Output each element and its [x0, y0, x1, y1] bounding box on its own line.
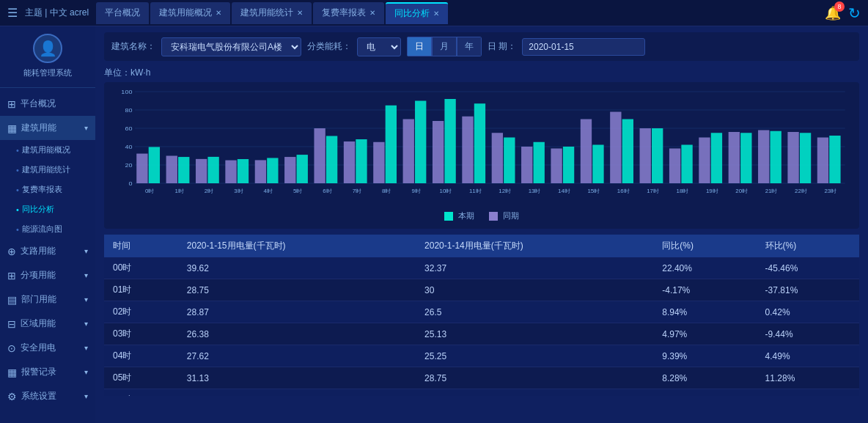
svg-rect-64 [652, 128, 663, 183]
sidebar-item-平台概况[interactable]: ⊞ 平台概况 [0, 92, 95, 116]
top-bar: ☰ 主题 | 中文 acrel 平台概况建筑用能概况✕建筑用能统计✕复费率报表✕… [0, 0, 868, 26]
svg-text:19时: 19时 [706, 188, 718, 194]
sub-nav-item-能源流向图[interactable]: 能源流向图 [0, 219, 95, 239]
svg-rect-54 [551, 149, 562, 184]
sub-nav-item-复费率报表[interactable]: 复费率报表 [0, 180, 95, 199]
table-cell: 39.71% [757, 389, 859, 397]
tab-复费率报表[interactable]: 复费率报表✕ [313, 2, 384, 24]
refresh-button[interactable]: ↻ [848, 4, 861, 22]
svg-rect-67 [681, 145, 692, 184]
table-cell: 8.94% [653, 301, 756, 323]
svg-text:80: 80 [125, 106, 132, 113]
nav-arrow-icon: ▾ [84, 295, 88, 304]
building-select[interactable]: 安科瑞电气股份有限公司A楼 [161, 37, 301, 56]
svg-rect-25 [267, 158, 278, 183]
svg-rect-22 [238, 159, 249, 183]
table-cell: 9.39% [653, 345, 756, 367]
date-input[interactable] [522, 38, 645, 56]
svg-text:23时: 23时 [824, 188, 836, 194]
table-cell: 30 [416, 279, 653, 301]
table-cell: 31.13 [178, 367, 416, 389]
table-header-cell: 环比(%) [757, 235, 859, 257]
table-cell: -45.46% [757, 257, 859, 279]
month-button[interactable]: 月 [432, 37, 457, 56]
sidebar-item-部门用能[interactable]: ▤ 部门用能 ▾ [0, 287, 95, 312]
tab-close-icon[interactable]: ✕ [433, 10, 439, 18]
table-row: 02时28.8726.58.94%0.42% [104, 301, 859, 323]
nav-icon: ▤ [7, 294, 17, 306]
year-button[interactable]: 年 [457, 37, 482, 56]
sub-nav-item-建筑用能概况[interactable]: 建筑用能概况 [0, 140, 95, 160]
table-cell: 28.75 [416, 367, 653, 389]
legend-current-color [444, 212, 453, 221]
hamburger-icon[interactable]: ☰ [7, 6, 18, 20]
tab-建筑用能统计[interactable]: 建筑用能统计✕ [232, 2, 312, 24]
svg-text:20时: 20时 [735, 188, 747, 194]
sub-nav-item-同比分析[interactable]: 同比分析 [0, 199, 95, 219]
nav-label: 安全用电 [21, 342, 56, 354]
table-row: 01时28.7530-4.17%-37.81% [104, 279, 859, 301]
sidebar: 👤 能耗管理系统 ⊞ 平台概况 ▦ 建筑用能 ▾ 建筑用能概况建筑用能统计复费率… [0, 26, 95, 423]
svg-rect-73 [740, 133, 751, 183]
legend-previous-color [489, 212, 498, 221]
sidebar-item-区域用能[interactable]: ⊟ 区域用能 ▾ [0, 312, 95, 336]
table-row: 06时51.6360-13.95%39.71% [104, 389, 859, 397]
sidebar-item-系统设置[interactable]: ⚙ 系统设置 ▾ [0, 384, 95, 408]
svg-rect-24 [255, 160, 266, 183]
table-row: 03时26.3825.134.97%-9.44% [104, 323, 859, 345]
main-layout: 👤 能耗管理系统 ⊞ 平台概况 ▦ 建筑用能 ▾ 建筑用能概况建筑用能统计复费率… [0, 26, 868, 423]
sidebar-item-建筑用能[interactable]: ▦ 建筑用能 ▾ [0, 116, 95, 140]
tab-同比分析[interactable]: 同比分析✕ [386, 2, 448, 24]
svg-rect-33 [344, 141, 355, 183]
nav-icon: ⊙ [7, 342, 16, 354]
table-row: 05时31.1328.758.28%11.28% [104, 367, 859, 389]
sidebar-item-支路用能[interactable]: ⊕ 支路用能 ▾ [0, 239, 95, 263]
table-cell: 01时 [104, 279, 178, 301]
svg-text:6时: 6时 [323, 188, 331, 194]
svg-rect-40 [415, 101, 426, 184]
nav-label: 系统设置 [21, 390, 56, 402]
svg-text:13时: 13时 [529, 188, 540, 194]
tab-close-icon[interactable]: ✕ [297, 9, 303, 17]
svg-rect-28 [297, 155, 308, 183]
legend-previous: 同期 [489, 210, 519, 221]
sidebar-item-安全用电[interactable]: ⊙ 安全用电 ▾ [0, 336, 95, 360]
tab-建筑用能概况[interactable]: 建筑用能概况✕ [150, 2, 230, 24]
svg-rect-42 [433, 121, 444, 183]
table-row: 04时27.6225.259.39%4.49% [104, 345, 859, 367]
sidebar-item-分项用能[interactable]: ⊞ 分项用能 ▾ [0, 263, 95, 287]
svg-rect-70 [711, 133, 722, 183]
table-cell: 28.87 [178, 301, 416, 323]
table-cell: 00时 [104, 257, 178, 279]
svg-rect-63 [640, 128, 651, 183]
tab-label: 平台概况 [105, 7, 140, 19]
nav-icon: ⊞ [7, 270, 16, 282]
svg-text:20: 20 [125, 161, 132, 168]
nav-label: 部门用能 [21, 293, 56, 306]
sidebar-item-报警记录[interactable]: ▦ 报警记录 ▾ [0, 360, 95, 384]
svg-rect-48 [492, 133, 503, 183]
table-header-cell: 2020-1-15用电量(千瓦时) [178, 235, 416, 257]
svg-text:3时: 3时 [234, 188, 243, 194]
category-select[interactable]: 电 [357, 37, 401, 56]
notification-badge: 8 [834, 1, 845, 12]
chart-container: 0204060801000时1时2时3时4时5时6时7时8时9时10时11时12… [104, 82, 859, 229]
table-cell: 04时 [104, 345, 178, 367]
nav-icon: ⊞ [7, 98, 16, 110]
tab-平台概况[interactable]: 平台概况 [96, 2, 149, 24]
svg-text:8时: 8时 [382, 188, 391, 194]
system-name: 能耗管理系统 [23, 67, 72, 78]
day-button[interactable]: 日 [407, 37, 432, 56]
table-cell: 02时 [104, 301, 178, 323]
svg-rect-61 [622, 119, 633, 184]
tab-close-icon[interactable]: ✕ [216, 9, 221, 17]
notification-button[interactable]: 🔔8 [825, 5, 841, 21]
table-cell: 4.49% [757, 345, 859, 367]
svg-rect-82 [829, 136, 840, 183]
table-header-row: 时间2020-1-15用电量(千瓦时)2020-1-14用电量(千瓦时)同比(%… [104, 235, 859, 257]
sub-nav-item-建筑用能统计[interactable]: 建筑用能统计 [0, 160, 95, 180]
tab-close-icon[interactable]: ✕ [369, 9, 375, 17]
svg-text:7时: 7时 [353, 188, 361, 194]
svg-rect-45 [462, 117, 473, 183]
svg-rect-66 [669, 149, 680, 184]
